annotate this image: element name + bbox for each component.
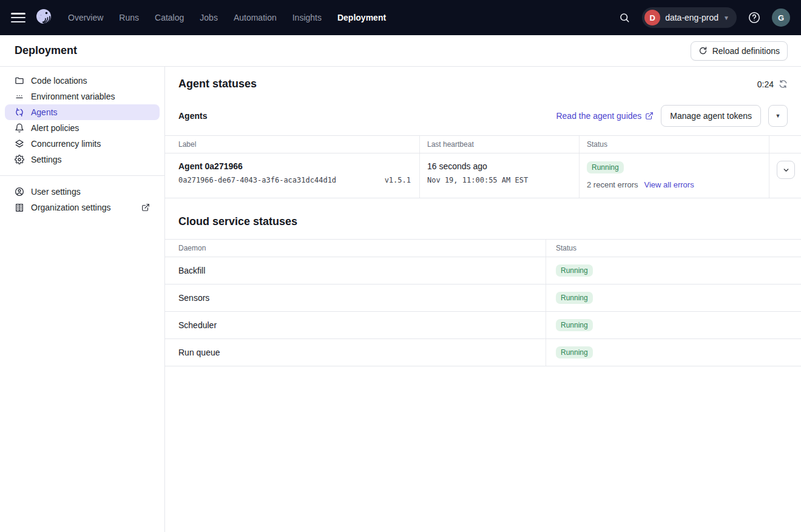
daemon-name: Scheduler <box>165 312 546 338</box>
status-badge: Running <box>556 346 593 359</box>
sidebar-item-organization-settings[interactable]: Organization settings <box>5 200 160 215</box>
nav-runs[interactable]: Runs <box>119 13 139 22</box>
daemon-row: Scheduler Running <box>165 312 801 339</box>
manage-agent-tokens-button[interactable]: Manage agent tokens <box>661 105 761 127</box>
agent-version: v1.5.1 <box>385 176 411 184</box>
deployment-name: data-eng-prod <box>665 13 718 22</box>
agent-label-cell: Agent 0a271966 0a271966-de67-4043-a3f6-a… <box>165 153 420 198</box>
primary-nav: Overview Runs Catalog Jobs Automation In… <box>68 13 386 22</box>
countdown-value: 0:24 <box>757 79 774 89</box>
daemon-name: Sensors <box>165 285 546 311</box>
layers-icon <box>15 139 24 149</box>
daemon-row: Run queue Running <box>165 339 801 366</box>
user-icon <box>15 187 24 197</box>
sidebar-item-label: Environment variables <box>31 92 115 101</box>
nav-jobs[interactable]: Jobs <box>200 13 218 22</box>
user-avatar[interactable]: G <box>772 8 790 27</box>
cloud-services-table: Daemon Status Backfill Running Sensors R… <box>165 239 801 366</box>
sidebar-item-label: Alert policies <box>31 123 79 133</box>
main-content: Agent statuses 0:24 Agents Read the agen… <box>165 67 801 532</box>
sidebar-item-code-locations[interactable]: Code locations <box>5 73 160 89</box>
sidebar-item-environment-variables[interactable]: Environment variables <box>5 89 160 104</box>
heartbeat-timestamp: Nov 19, 11:00:55 AM EST <box>427 176 572 184</box>
folder-icon <box>15 76 24 86</box>
daemon-name: Backfill <box>165 257 546 284</box>
view-all-errors-link[interactable]: View all errors <box>644 180 694 189</box>
sidebar-item-label: Agents <box>31 107 58 117</box>
sidebar-item-settings[interactable]: Settings <box>5 152 160 167</box>
deployment-sidebar: Code locations Environment variables Age… <box>0 67 165 532</box>
dagster-logo-icon[interactable] <box>33 7 55 29</box>
chevron-down-icon: ▼ <box>723 15 729 21</box>
status-badge: Running <box>587 161 624 173</box>
nav-insights[interactable]: Insights <box>292 13 322 22</box>
daemon-name: Run queue <box>165 339 546 366</box>
daemon-row: Sensors Running <box>165 285 801 312</box>
agent-guides-label: Read the agent guides <box>556 111 641 121</box>
sidebar-item-label: User settings <box>31 187 81 197</box>
status-badge: Running <box>556 264 593 277</box>
sidebar-item-concurrency-limits[interactable]: Concurrency limits <box>5 136 160 152</box>
bell-icon <box>15 123 24 133</box>
search-icon[interactable] <box>615 8 634 27</box>
col-last-heartbeat: Last heartbeat <box>420 136 580 153</box>
agent-statuses-title: Agent statuses <box>178 78 257 90</box>
page-title: Deployment <box>15 44 77 57</box>
agents-table: Label Last heartbeat Status Agent 0a2719… <box>165 135 801 198</box>
cloud-service-statuses-title: Cloud service statuses <box>178 215 297 228</box>
recent-errors-text: 2 recent errors <box>587 180 638 189</box>
agent-id: 0a271966-de67-4043-a3f6-aca31dc44d1d <box>178 176 336 184</box>
cloud-table-header: Daemon Status <box>165 239 801 257</box>
reload-definitions-label: Reload definitions <box>712 46 780 56</box>
help-icon[interactable] <box>745 8 763 27</box>
refresh-icon[interactable] <box>779 79 788 89</box>
sidebar-item-label: Settings <box>31 155 62 164</box>
external-link-icon <box>141 203 150 212</box>
agent-heartbeat-cell: 16 seconds ago Nov 19, 11:00:55 AM EST <box>420 153 580 198</box>
sidebar-divider <box>0 175 164 176</box>
sidebar-item-user-settings[interactable]: User settings <box>5 184 160 200</box>
variables-icon <box>15 92 24 101</box>
dagster-deployment-page: Overview Runs Catalog Jobs Automation In… <box>0 0 801 532</box>
topnav-right: D data-eng-prod ▼ G <box>615 7 790 28</box>
deployment-initial-badge: D <box>644 10 660 25</box>
col-daemon: Daemon <box>165 240 546 257</box>
agent-actions-dropdown-button[interactable]: ▼ <box>768 105 788 127</box>
daemon-row: Backfill Running <box>165 257 801 285</box>
sidebar-item-alert-policies[interactable]: Alert policies <box>5 120 160 136</box>
nav-overview[interactable]: Overview <box>68 13 103 22</box>
page-header: Deployment Reload definitions <box>0 35 801 67</box>
building-icon <box>15 203 24 212</box>
col-expand <box>769 136 801 153</box>
col-status: Status <box>580 136 769 153</box>
agent-expand-cell <box>769 153 801 198</box>
agent-status-cell: Running 2 recent errors View all errors <box>580 153 769 198</box>
gear-icon <box>15 155 24 164</box>
top-navigation: Overview Runs Catalog Jobs Automation In… <box>0 0 801 35</box>
agents-section-label: Agents <box>178 111 207 121</box>
heartbeat-relative: 16 seconds ago <box>427 161 572 171</box>
agent-name: Agent 0a271966 <box>178 161 412 171</box>
reload-definitions-button[interactable]: Reload definitions <box>691 41 788 61</box>
agents-table-header: Label Last heartbeat Status <box>165 135 801 153</box>
col-status: Status <box>546 240 801 257</box>
sidebar-item-label: Concurrency limits <box>31 139 101 149</box>
agent-row: Agent 0a271966 0a271966-de67-4043-a3f6-a… <box>165 153 801 198</box>
status-badge: Running <box>556 292 593 304</box>
nav-catalog[interactable]: Catalog <box>155 13 184 22</box>
agent-icon <box>15 107 24 117</box>
sidebar-item-label: Code locations <box>31 76 87 86</box>
nav-deployment[interactable]: Deployment <box>337 13 386 22</box>
sidebar-item-agents[interactable]: Agents <box>5 104 160 120</box>
nav-automation[interactable]: Automation <box>234 13 277 22</box>
agent-guides-link[interactable]: Read the agent guides <box>556 111 654 121</box>
col-label: Label <box>165 136 420 153</box>
hamburger-menu-icon[interactable] <box>11 13 25 22</box>
sidebar-item-label: Organization settings <box>31 203 111 212</box>
deployment-switcher[interactable]: D data-eng-prod ▼ <box>642 7 737 28</box>
agent-expand-button[interactable] <box>777 161 795 179</box>
refresh-countdown: 0:24 <box>757 79 788 89</box>
status-badge: Running <box>556 319 593 331</box>
reload-icon <box>698 46 708 55</box>
